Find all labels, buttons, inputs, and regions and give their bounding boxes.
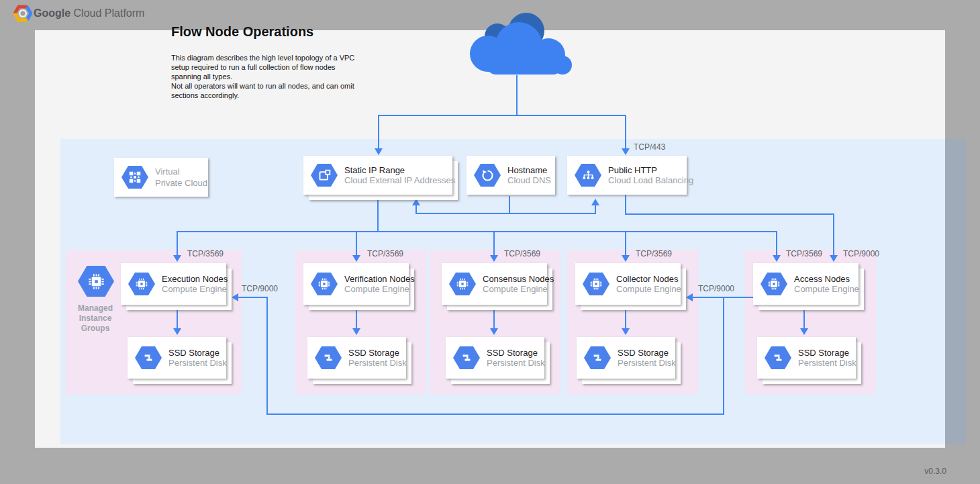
card-subtitle: Private Cloud	[155, 177, 207, 189]
persistent-disk-icon	[453, 346, 480, 369]
arrowhead-icon	[352, 328, 360, 335]
brand-cloud-platform: Cloud Platform	[70, 7, 144, 19]
arrowhead-icon	[830, 255, 838, 262]
external-ip-icon	[311, 164, 338, 187]
card-subtitle: Compute Engine	[616, 284, 681, 294]
brand-title: Google Cloud Platform	[34, 7, 144, 19]
brand-google: Google	[34, 7, 70, 19]
version-label: v0.3.0	[893, 467, 946, 476]
access-nodes-card: Access Nodes Compute Engine	[753, 263, 859, 305]
arrowhead-icon	[490, 328, 498, 335]
connector-line	[625, 213, 834, 215]
connector-line	[833, 213, 834, 256]
card-title: SSD Storage	[168, 348, 227, 358]
connector-line	[266, 297, 268, 415]
ssd-storage-card: SSD Storage Persistent Disk	[446, 337, 544, 379]
card-title: Public HTTP	[608, 165, 693, 175]
card-subtitle: Cloud External IP Addresses	[344, 175, 455, 185]
connector-line	[625, 231, 626, 256]
arrowhead-icon	[622, 148, 630, 155]
card-subtitle: Persistent Disk	[168, 358, 227, 368]
arrowhead-icon	[622, 328, 630, 335]
connector-line	[377, 199, 379, 232]
connector-line	[266, 414, 724, 415]
card-subtitle: Persistent Disk	[618, 358, 676, 368]
mig-label-line: Managed	[66, 303, 125, 313]
card-title: Execution Nodes	[162, 274, 228, 284]
card-title: SSD Storage	[487, 348, 545, 358]
compute-engine-icon	[761, 273, 787, 295]
cloud-dns-icon	[474, 164, 501, 187]
ssd-storage-card: SSD Storage Persistent Disk	[757, 337, 856, 379]
arrowhead-icon	[490, 255, 498, 262]
arrowhead-icon	[686, 293, 693, 301]
card-subtitle: Compute Engine	[483, 284, 554, 294]
connector-line	[177, 231, 777, 232]
ssd-storage-card: SSD Storage Persistent Disk	[577, 337, 675, 379]
connector-line	[415, 205, 417, 213]
arrowhead-icon	[591, 199, 599, 205]
arrowhead-icon	[773, 255, 781, 262]
card-subtitle: Compute Engine	[794, 284, 859, 294]
card-title: Verification Nodes	[344, 274, 415, 284]
page-description: This diagram describes the high level to…	[171, 53, 356, 100]
vpc-zone-edge	[945, 139, 966, 444]
arrowhead-icon	[173, 255, 181, 262]
card-subtitle: Persistent Disk	[798, 358, 856, 368]
cloud-load-balancing-icon	[575, 164, 601, 187]
persistent-disk-icon	[315, 346, 342, 369]
card-title: Hostname	[507, 165, 551, 175]
connector-line	[595, 205, 596, 213]
card-title: SSD Storage	[798, 348, 856, 358]
managed-instance-groups-icon	[78, 266, 114, 297]
card-title: Consensus Nodes	[483, 274, 554, 284]
tcp-9000-label: TCP/9000	[242, 284, 278, 293]
card-title: Collector Nodes	[616, 274, 681, 284]
persistent-disk-icon	[135, 346, 162, 369]
tcp-3569-label: TCP/3569	[504, 249, 540, 258]
managed-instance-groups-label: Managed Instance Groups	[66, 303, 125, 334]
internet-cloud-icon	[457, 9, 578, 79]
verification-nodes-card: Verification Nodes Compute Engine	[303, 263, 409, 305]
hostname-card: Hostname Cloud DNS	[467, 156, 555, 195]
execution-nodes-card: Execution Nodes Compute Engine	[121, 263, 226, 305]
connector-line	[177, 307, 178, 329]
connector-line	[516, 75, 518, 115]
arrowhead-icon	[232, 293, 238, 301]
tcp-3569-label: TCP/3569	[367, 249, 403, 258]
connector-line	[238, 297, 267, 298]
tcp-3569-label: TCP/3569	[636, 249, 672, 258]
compute-engine-icon	[311, 273, 338, 295]
card-subtitle: Compute Engine	[162, 284, 228, 294]
connector-line	[776, 231, 777, 256]
card-title: SSD Storage	[618, 348, 676, 358]
persistent-disk-icon	[584, 346, 611, 369]
ssd-storage-card: SSD Storage Persistent Disk	[307, 337, 406, 379]
mig-label-line: Instance	[66, 313, 125, 324]
connector-line	[356, 231, 357, 256]
card-title: Static IP Range	[344, 165, 455, 175]
arrowhead-icon	[622, 255, 630, 262]
arrowhead-icon	[173, 328, 181, 335]
card-subtitle: Compute Engine	[344, 284, 415, 294]
mig-label-line: Groups	[66, 324, 125, 334]
connector-line	[415, 213, 596, 214]
card-title: SSD Storage	[348, 348, 407, 358]
connector-line	[803, 307, 805, 329]
connector-line	[177, 231, 178, 256]
arrowhead-icon	[800, 328, 808, 335]
tcp-9000-label: TCP/9000	[843, 249, 879, 258]
card-title: Access Nodes	[794, 274, 859, 284]
compute-engine-icon	[449, 273, 476, 295]
compute-engine-icon	[128, 273, 155, 295]
card-subtitle: Persistent Disk	[487, 358, 545, 368]
connector-line	[625, 307, 626, 329]
vpc-icon	[121, 166, 148, 189]
card-subtitle: Persistent Disk	[348, 358, 407, 368]
persistent-disk-icon	[765, 346, 791, 369]
connector-line	[378, 115, 379, 150]
gcp-architecture-diagram: Google Cloud Platform Flow Node Operatio…	[0, 0, 980, 484]
card-subtitle: Cloud DNS	[507, 175, 551, 185]
static-ip-range-card: Static IP Range Cloud External IP Addres…	[303, 156, 452, 195]
tcp-443-label: TCP/443	[634, 142, 665, 152]
